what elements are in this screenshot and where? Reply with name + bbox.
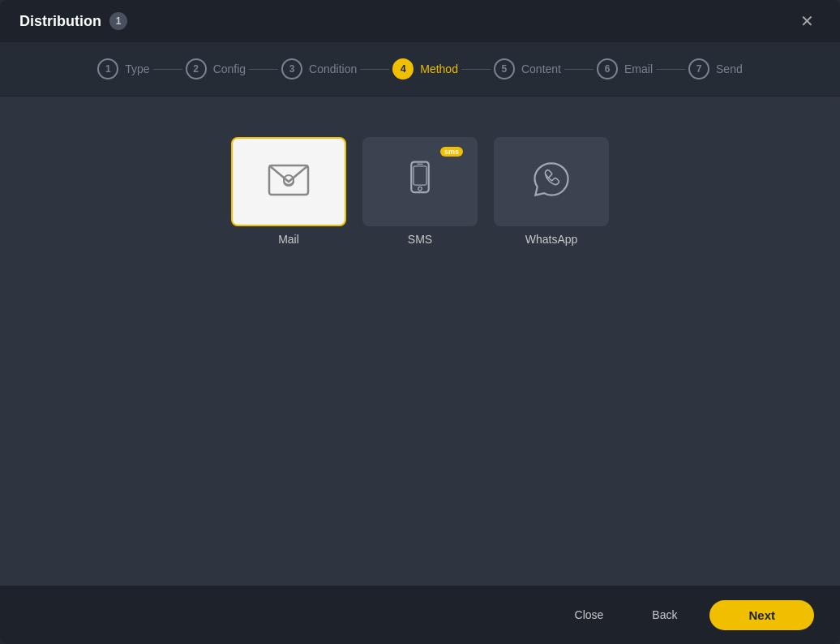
step-7-send[interactable]: 7 Send [688, 58, 743, 79]
modal: Distribution 1 ✕ 1 Type 2 Config 3 Condi… [0, 0, 840, 644]
step-5-label: Content [521, 62, 561, 75]
sms-method-card[interactable]: sms [362, 137, 478, 226]
step-divider-2 [249, 69, 278, 70]
step-divider-3 [360, 69, 389, 70]
title-text: Distribution [19, 13, 101, 30]
method-cards-container: Mail sms [231, 137, 609, 246]
close-button[interactable]: Close [559, 602, 620, 628]
svg-point-5 [418, 187, 422, 190]
step-divider-6 [656, 69, 685, 70]
modal-close-button[interactable]: ✕ [794, 10, 821, 32]
mail-label: Mail [278, 233, 299, 246]
step-1-number: 1 [97, 58, 118, 79]
sms-label: SMS [408, 233, 432, 246]
step-1-label: Type [125, 62, 149, 75]
step-3-label: Condition [309, 62, 357, 75]
modal-header: Distribution 1 ✕ [0, 0, 840, 42]
step-6-number: 6 [597, 58, 618, 79]
step-6-label: Email [624, 62, 653, 75]
title-badge: 1 [109, 12, 127, 30]
back-button[interactable]: Back [632, 602, 696, 628]
sms-method-wrapper: sms SMS [362, 137, 478, 246]
step-divider-4 [461, 69, 491, 70]
step-7-label: Send [716, 62, 743, 75]
step-2-label: Config [213, 62, 246, 75]
step-2-number: 2 [186, 58, 207, 79]
modal-body: Mail sms [0, 97, 840, 586]
whatsapp-icon [529, 159, 574, 204]
step-2-config[interactable]: 2 Config [186, 58, 246, 79]
modal-title: Distribution 1 [19, 12, 127, 30]
step-divider-1 [153, 69, 182, 70]
step-4-number: 4 [392, 58, 414, 79]
step-5-number: 5 [494, 58, 515, 79]
next-button[interactable]: Next [709, 600, 814, 630]
mail-method-wrapper: Mail [231, 137, 346, 246]
close-icon: ✕ [800, 12, 814, 30]
whatsapp-label: WhatsApp [525, 233, 578, 246]
step-3-number: 3 [281, 58, 302, 79]
step-1-type[interactable]: 1 Type [97, 58, 149, 79]
sms-badge: sms [440, 147, 463, 157]
steps-bar: 1 Type 2 Config 3 Condition 4 Method 5 C… [0, 42, 840, 97]
whatsapp-method-wrapper: WhatsApp [494, 137, 609, 246]
step-6-email[interactable]: 6 Email [597, 58, 653, 79]
whatsapp-method-card[interactable] [494, 137, 609, 226]
step-5-content[interactable]: 5 Content [494, 58, 561, 79]
svg-rect-4 [414, 166, 426, 185]
step-divider-5 [564, 69, 594, 70]
mail-icon [266, 159, 311, 204]
step-4-label: Method [420, 62, 458, 75]
sms-icon [397, 159, 443, 204]
mail-method-card[interactable] [231, 137, 346, 226]
modal-footer: Close Back Next [0, 586, 840, 644]
step-7-number: 7 [688, 58, 709, 79]
step-4-method[interactable]: 4 Method [392, 58, 458, 79]
step-3-condition[interactable]: 3 Condition [281, 58, 357, 79]
